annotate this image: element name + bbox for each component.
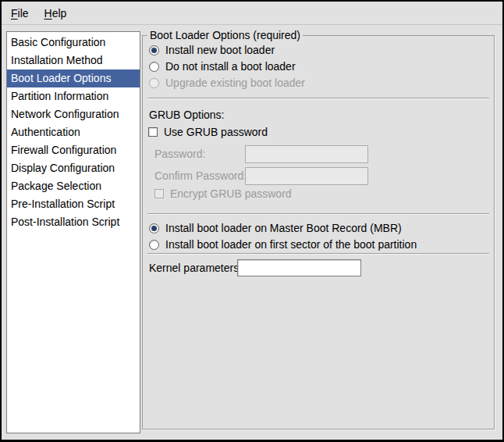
radio-icon — [149, 240, 159, 250]
radio-label: Do not install a boot loader — [165, 60, 296, 73]
menu-bar: FileHelp — [2, 2, 502, 25]
sidebar-item-installation-method[interactable]: Installation Method — [7, 52, 140, 70]
kernel-parameters-label: Kernel parameters: — [149, 260, 242, 276]
sidebar-item-boot-loader-options[interactable]: Boot Loader Options — [7, 70, 140, 87]
sidebar-item-pre-installation-script[interactable]: Pre-Installation Script — [7, 195, 140, 213]
checkbox-label: Encrypt GRUB password — [170, 187, 292, 200]
sidebar-item-display-configuration[interactable]: Display Configuration — [7, 159, 140, 177]
checkbox-icon — [154, 189, 164, 198]
menu-file[interactable]: File — [9, 5, 30, 21]
radio-icon — [149, 223, 159, 233]
boot-loader-options-frame: Boot Loader Options (required) Install n… — [142, 35, 495, 430]
grub-options-label: GRUB Options: — [149, 107, 224, 123]
radio-install-on-mbr[interactable]: Install boot loader on Master Boot Recor… — [149, 220, 402, 236]
checkbox-label: Use GRUB password — [164, 126, 268, 138]
app-window: FileHelp Basic ConfigurationInstallation… — [2, 2, 502, 440]
sidebar-item-firewall-configuration[interactable]: Firewall Configuration — [7, 141, 140, 159]
menu-help[interactable]: Help — [43, 5, 69, 21]
radio-label: Install boot loader on Master Boot Recor… — [165, 222, 402, 234]
radio-icon — [149, 45, 159, 55]
use-grub-password-checkbox[interactable]: Use GRUB password — [148, 124, 268, 140]
sidebar-item-network-configuration[interactable]: Network Configuration — [7, 105, 140, 123]
radio-install-on-first-sector[interactable]: Install boot loader on first sector of t… — [149, 237, 417, 252]
radio-label: Upgrade existing boot loader — [165, 77, 305, 89]
sidebar-item-partition-information[interactable]: Partition Information — [7, 87, 140, 105]
radio-label: Install new boot loader — [165, 44, 275, 56]
sidebar-item-post-installation-script[interactable]: Post-Installation Script — [7, 213, 140, 231]
confirm-password-label: Confirm Password: — [154, 168, 247, 184]
frame-title: Boot Loader Options (required) — [147, 29, 303, 41]
password-input — [245, 145, 368, 163]
checkbox-icon — [148, 127, 158, 137]
confirm-password-input — [245, 167, 368, 185]
encrypt-grub-password-checkbox: Encrypt GRUB password — [154, 186, 292, 201]
radio-icon — [149, 62, 159, 72]
radio-label: Install boot loader on first sector of t… — [165, 238, 417, 251]
radio-upgrade-existing-boot-loader: Upgrade existing boot loader — [149, 75, 305, 91]
radio-icon — [149, 78, 159, 88]
separator — [147, 98, 489, 99]
separator — [147, 253, 489, 255]
radio-do-not-install-boot-loader[interactable]: Do not install a boot loader — [149, 59, 296, 74]
sidebar-item-basic-configuration[interactable]: Basic Configuration — [7, 34, 140, 52]
radio-install-new-boot-loader[interactable]: Install new boot loader — [149, 42, 275, 58]
separator — [147, 213, 489, 215]
sidebar-item-authentication[interactable]: Authentication — [7, 123, 140, 141]
password-label: Password: — [154, 146, 205, 162]
section-list: Basic ConfigurationInstallation MethodBo… — [6, 31, 140, 433]
kernel-parameters-input[interactable] — [237, 259, 361, 276]
sidebar-item-package-selection[interactable]: Package Selection — [7, 177, 140, 195]
